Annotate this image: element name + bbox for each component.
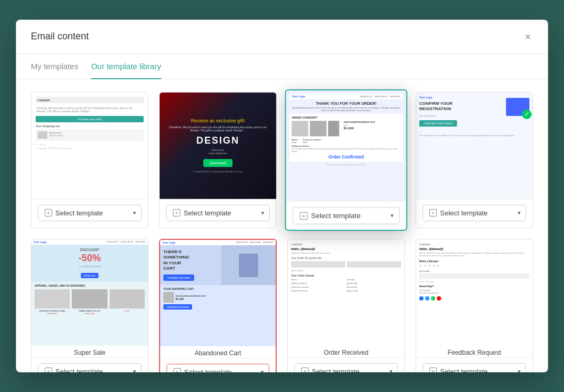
plus-icon-order: +: [300, 212, 308, 220]
modal-body: Logotype Honestly, We just want to send …: [16, 79, 548, 372]
template-preview-email-confirmation: Your Logo CONFIRM YOURREGISTRATION usern…: [416, 93, 533, 199]
select-btn-order-confirmed[interactable]: + Select template ▾: [293, 207, 400, 224]
select-btn-main-abandoned-cart[interactable]: + Select template: [167, 364, 256, 372]
select-btn-arrow-email-confirmation[interactable]: ▾: [513, 206, 526, 220]
template-preview-complete-your-order: Logotype Honestly, We just want to send …: [31, 93, 148, 199]
template-preview-order-confirmed: Your Logo PRODUCTSDISCOUNTSDELIVERY THAN…: [286, 90, 407, 201]
select-btn-main-super-sale[interactable]: + Select template: [38, 364, 128, 372]
template-name-feedback-request: Feedback Request: [416, 346, 533, 357]
select-btn-a-gift-inside[interactable]: + Select template ▾: [166, 205, 270, 221]
close-button[interactable]: ×: [522, 29, 533, 44]
template-card-complete-your-order[interactable]: Logotype Honestly, We just want to send …: [31, 92, 148, 228]
select-btn-arrow-complete-your-order[interactable]: ▾: [128, 206, 141, 220]
template-footer-order-received: + Select template ▾: [288, 357, 404, 372]
plus-icon-received: +: [301, 368, 309, 372]
template-card-feedback-request[interactable]: Logotype Hello, {{Name}}! We are thrille…: [416, 239, 533, 372]
plus-icon-cart: +: [173, 368, 181, 372]
plus-icon-feedback: +: [429, 368, 437, 372]
tabs-bar: My templates Our template library: [16, 54, 548, 79]
select-btn-main-a-gift-inside[interactable]: + Select template: [167, 205, 256, 221]
template-footer-order-confirmed: + Select template ▾: [286, 201, 407, 230]
template-card-a-gift-inside[interactable]: Receive an exclusive gift! (Headline): W…: [159, 92, 277, 228]
template-preview-super-sale: Your Logo PRODUCTSDISCOUNTSDELIVERY DISC…: [31, 239, 148, 346]
select-btn-arrow-order-confirmed[interactable]: ▾: [386, 208, 399, 223]
template-footer-abandoned-cart: + Select template ▾: [160, 358, 276, 372]
modal-title: Email content: [31, 31, 89, 42]
select-btn-feedback-request[interactable]: + Select template ▾: [422, 363, 526, 372]
modal-header: Email content ×: [16, 20, 548, 54]
select-btn-email-confirmation[interactable]: + Select template ▾: [422, 205, 526, 221]
select-btn-abandoned-cart[interactable]: + Select template ▾: [167, 364, 269, 372]
template-name-super-sale: Super Sale: [31, 346, 148, 357]
select-btn-main-email-confirmation[interactable]: + Select template: [423, 205, 513, 221]
select-btn-arrow-order-received[interactable]: ▾: [385, 364, 397, 372]
template-preview-feedback-request: Logotype Hello, {{Name}}! We are thrille…: [416, 239, 533, 346]
select-btn-super-sale[interactable]: + Select template ▾: [38, 363, 142, 372]
select-btn-main-complete-your-order[interactable]: + Select template: [38, 205, 128, 221]
template-card-super-sale[interactable]: Your Logo PRODUCTSDISCOUNTSDELIVERY DISC…: [31, 239, 148, 372]
plus-icon-sale: +: [45, 368, 52, 372]
plus-icon: +: [45, 209, 52, 216]
select-btn-order-received[interactable]: + Select template ▾: [294, 363, 398, 372]
template-footer-feedback-request: + Select template ▾: [416, 357, 533, 372]
select-btn-main-feedback-request[interactable]: + Select template: [423, 364, 513, 372]
template-footer-email-confirmation: + Select template ▾: [416, 199, 533, 227]
template-card-order-confirmed[interactable]: Your Logo PRODUCTSDISCOUNTSDELIVERY THAN…: [285, 89, 408, 231]
template-preview-abandoned-cart: Your Logo PRODUCTSACCOUNTDELIVERY THERE'…: [160, 240, 276, 346]
modal-overlay: Email content × My templates Our templat…: [0, 0, 564, 392]
templates-grid: Logotype Honestly, We just want to send …: [31, 92, 533, 372]
template-preview-order-received: Logotype Hello, {{Name}}! Thank you! We …: [288, 239, 404, 346]
template-footer-a-gift-inside: + Select template ▾: [160, 199, 276, 227]
select-btn-arrow-super-sale[interactable]: ▾: [128, 364, 141, 372]
email-content-modal: Email content × My templates Our templat…: [16, 20, 548, 372]
select-btn-main-order-received[interactable]: + Select template: [295, 364, 385, 372]
template-name-abandoned-cart: Abandoned Cart: [160, 346, 276, 358]
tab-my-templates[interactable]: My templates: [31, 54, 78, 79]
template-card-order-received[interactable]: Logotype Hello, {{Name}}! Thank you! We …: [287, 239, 405, 372]
select-btn-complete-your-order[interactable]: + Select template ▾: [38, 205, 142, 221]
select-btn-arrow-a-gift-inside[interactable]: ▾: [256, 206, 269, 220]
template-card-abandoned-cart[interactable]: Your Logo PRODUCTSACCOUNTDELIVERY THERE'…: [159, 239, 277, 372]
template-footer-super-sale: + Select template ▾: [31, 357, 148, 372]
select-btn-arrow-feedback-request[interactable]: ▾: [513, 364, 526, 372]
template-preview-a-gift-inside: Receive an exclusive gift! (Headline): W…: [160, 93, 276, 199]
select-btn-main-order-confirmed[interactable]: + Select template: [293, 207, 386, 223]
template-card-email-confirmation[interactable]: Your Logo CONFIRM YOURREGISTRATION usern…: [416, 92, 533, 228]
template-footer-complete-your-order: + Select template ▾: [31, 199, 148, 227]
plus-icon-gift: +: [173, 209, 180, 216]
template-name-order-received: Order Received: [288, 346, 404, 357]
select-btn-arrow-abandoned-cart[interactable]: ▾: [256, 365, 269, 372]
tab-our-template-library[interactable]: Our template library: [91, 54, 161, 79]
plus-icon-email: +: [429, 209, 437, 216]
